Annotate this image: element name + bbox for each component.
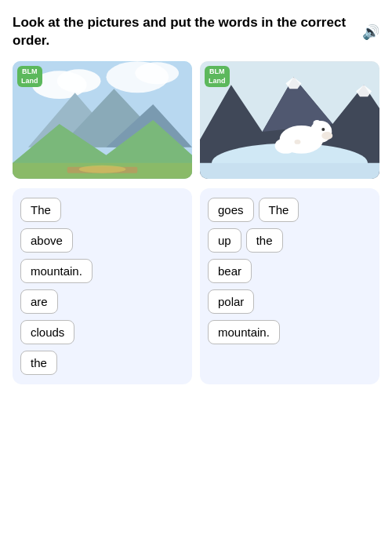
word-tag[interactable]: clouds	[20, 320, 74, 344]
word-row-0: The	[20, 198, 184, 222]
word-tag[interactable]: the	[246, 228, 283, 253]
svg-point-2	[57, 69, 101, 93]
word-tag[interactable]: The	[20, 198, 61, 222]
word-tag[interactable]: above	[20, 228, 73, 253]
right-word-container: goes The up the bear polar mountain.	[200, 188, 379, 384]
svg-rect-18	[200, 163, 379, 179]
mountain-image-card: BLMLand	[13, 61, 192, 179]
svg-point-26	[294, 140, 300, 144]
word-row-r4: mountain.	[208, 320, 372, 344]
word-tag[interactable]: polar	[208, 289, 254, 314]
word-tag[interactable]: goes	[208, 198, 254, 222]
word-tag[interactable]: the	[20, 351, 57, 375]
word-tag[interactable]: The	[259, 198, 299, 222]
word-row-5: the	[20, 351, 184, 375]
instruction-text: Look at the pictures and put the words i…	[13, 14, 356, 50]
word-tag[interactable]: are	[20, 289, 58, 314]
svg-point-21	[321, 132, 332, 140]
svg-point-11	[79, 166, 126, 173]
word-row-3: are	[20, 289, 184, 314]
word-tag[interactable]: mountain.	[20, 259, 93, 283]
words-row: The above mountain. are clouds the goes …	[13, 188, 379, 384]
word-tag[interactable]: mountain.	[208, 320, 280, 344]
polar-image-card: BLMLand	[200, 61, 379, 179]
left-word-container: The above mountain. are clouds the	[13, 188, 192, 384]
blm-badge-left: BLMLand	[17, 66, 42, 87]
word-tag[interactable]: up	[208, 228, 241, 253]
word-row-r0: goes The	[208, 198, 372, 222]
images-row: BLMLand BLMLand	[13, 61, 379, 179]
word-row-4: clouds	[20, 320, 184, 344]
svg-point-4	[135, 62, 179, 84]
word-row-r1: up the	[208, 228, 372, 253]
word-row-r2: bear	[208, 259, 372, 283]
svg-point-23	[313, 120, 321, 126]
word-row-1: above	[20, 228, 184, 253]
speaker-icon[interactable]: 🔊	[362, 23, 379, 42]
svg-point-22	[321, 128, 325, 131]
blm-badge-right: BLMLand	[205, 66, 230, 87]
word-row-2: mountain.	[20, 259, 184, 283]
word-row-r3: polar	[208, 289, 372, 314]
instruction: Look at the pictures and put the words i…	[13, 14, 379, 50]
word-tag[interactable]: bear	[208, 259, 252, 283]
